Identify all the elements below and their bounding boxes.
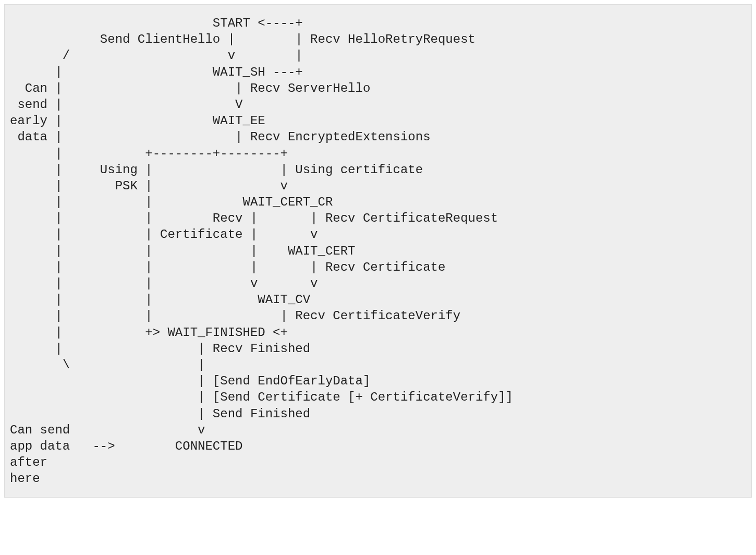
state-machine-diagram: START <----+ Send ClientHello | | Recv H… (4, 4, 752, 498)
ascii-art-diagram: START <----+ Send ClientHello | | Recv H… (10, 15, 746, 487)
